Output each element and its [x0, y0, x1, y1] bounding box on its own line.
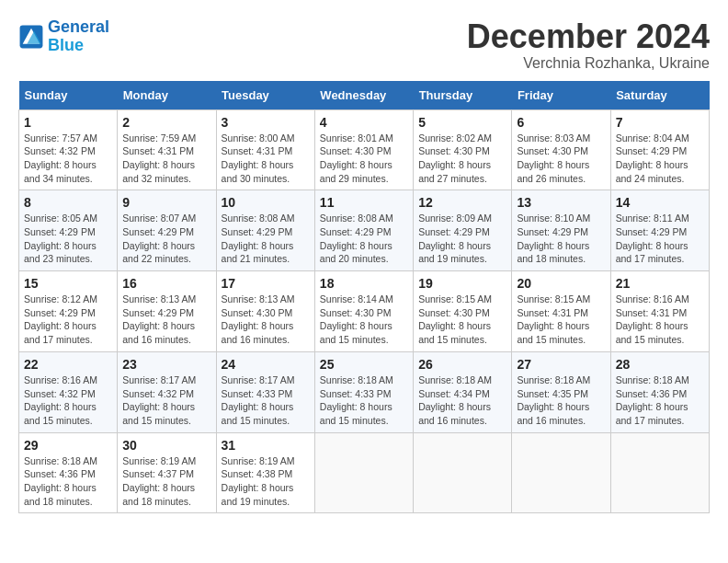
day-number: 29	[24, 438, 112, 453]
day-info: Sunrise: 8:07 AM Sunset: 4:29 PM Dayligh…	[122, 212, 210, 266]
day-number: 24	[222, 357, 310, 372]
day-info: Sunrise: 8:14 AM Sunset: 4:30 PM Dayligh…	[320, 293, 408, 347]
day-cell-26: 26 Sunrise: 8:18 AM Sunset: 4:34 PM Dayl…	[414, 351, 512, 432]
empty-cell	[414, 432, 512, 513]
day-info: Sunrise: 8:15 AM Sunset: 4:30 PM Dayligh…	[418, 293, 506, 347]
day-number: 5	[418, 115, 506, 130]
day-cell-25: 25 Sunrise: 8:18 AM Sunset: 4:33 PM Dayl…	[314, 351, 413, 432]
day-info: Sunrise: 7:57 AM Sunset: 4:32 PM Dayligh…	[24, 132, 112, 186]
day-number: 1	[24, 115, 112, 130]
day-number: 28	[616, 357, 704, 372]
day-info: Sunrise: 8:18 AM Sunset: 4:36 PM Dayligh…	[616, 373, 704, 428]
day-info: Sunrise: 8:03 AM Sunset: 4:30 PM Dayligh…	[517, 132, 605, 186]
day-info: Sunrise: 8:02 AM Sunset: 4:30 PM Dayligh…	[418, 132, 506, 186]
logo-text: GeneralBlue	[48, 18, 109, 55]
weekday-header-tuesday: Tuesday	[216, 81, 314, 110]
day-cell-31: 31 Sunrise: 8:19 AM Sunset: 4:38 PM Dayl…	[216, 432, 314, 513]
logo-icon	[18, 24, 44, 50]
day-number: 31	[222, 438, 310, 453]
logo: GeneralBlue	[18, 18, 109, 55]
day-cell-1: 1 Sunrise: 7:57 AM Sunset: 4:32 PM Dayli…	[19, 109, 118, 190]
day-info: Sunrise: 8:18 AM Sunset: 4:36 PM Dayligh…	[24, 454, 112, 509]
day-cell-8: 8 Sunrise: 8:05 AM Sunset: 4:29 PM Dayli…	[19, 190, 118, 271]
weekday-header-thursday: Thursday	[414, 81, 512, 110]
day-number: 25	[320, 357, 408, 372]
day-number: 6	[517, 115, 605, 130]
day-info: Sunrise: 8:16 AM Sunset: 4:31 PM Dayligh…	[616, 293, 704, 347]
day-number: 13	[517, 195, 605, 210]
calendar-row: 1 Sunrise: 7:57 AM Sunset: 4:32 PM Dayli…	[19, 109, 710, 190]
day-cell-20: 20 Sunrise: 8:15 AM Sunset: 4:31 PM Dayl…	[512, 271, 610, 352]
weekday-header-monday: Monday	[118, 81, 216, 110]
month-title: December 2024	[467, 18, 710, 55]
day-number: 8	[24, 195, 112, 210]
day-cell-14: 14 Sunrise: 8:11 AM Sunset: 4:29 PM Dayl…	[610, 190, 709, 271]
day-number: 18	[320, 276, 408, 291]
day-number: 20	[517, 276, 605, 291]
day-info: Sunrise: 8:18 AM Sunset: 4:35 PM Dayligh…	[517, 373, 605, 428]
day-number: 2	[122, 115, 210, 130]
day-info: Sunrise: 7:59 AM Sunset: 4:31 PM Dayligh…	[122, 132, 210, 186]
day-cell-22: 22 Sunrise: 8:16 AM Sunset: 4:32 PM Dayl…	[19, 351, 118, 432]
day-number: 7	[616, 115, 704, 130]
day-info: Sunrise: 8:15 AM Sunset: 4:31 PM Dayligh…	[517, 293, 605, 347]
day-cell-21: 21 Sunrise: 8:16 AM Sunset: 4:31 PM Dayl…	[610, 271, 709, 352]
day-info: Sunrise: 8:13 AM Sunset: 4:29 PM Dayligh…	[122, 293, 210, 347]
day-info: Sunrise: 8:17 AM Sunset: 4:32 PM Dayligh…	[122, 373, 210, 428]
day-cell-19: 19 Sunrise: 8:15 AM Sunset: 4:30 PM Dayl…	[414, 271, 512, 352]
title-block: December 2024 Verchnia Rozhanka, Ukraine	[467, 18, 710, 72]
day-number: 11	[320, 195, 408, 210]
weekday-header-sunday: Sunday	[19, 81, 118, 110]
day-number: 22	[24, 357, 112, 372]
day-cell-24: 24 Sunrise: 8:17 AM Sunset: 4:33 PM Dayl…	[216, 351, 314, 432]
day-cell-17: 17 Sunrise: 8:13 AM Sunset: 4:30 PM Dayl…	[216, 271, 314, 352]
day-number: 30	[122, 438, 210, 453]
day-cell-11: 11 Sunrise: 8:08 AM Sunset: 4:29 PM Dayl…	[314, 190, 413, 271]
day-cell-13: 13 Sunrise: 8:10 AM Sunset: 4:29 PM Dayl…	[512, 190, 610, 271]
weekday-header-friday: Friday	[512, 81, 610, 110]
day-cell-30: 30 Sunrise: 8:19 AM Sunset: 4:37 PM Dayl…	[118, 432, 216, 513]
day-number: 4	[320, 115, 408, 130]
day-cell-18: 18 Sunrise: 8:14 AM Sunset: 4:30 PM Dayl…	[314, 271, 413, 352]
day-number: 10	[222, 195, 310, 210]
day-number: 19	[418, 276, 506, 291]
day-info: Sunrise: 8:08 AM Sunset: 4:29 PM Dayligh…	[320, 212, 408, 266]
day-cell-16: 16 Sunrise: 8:13 AM Sunset: 4:29 PM Dayl…	[118, 271, 216, 352]
day-number: 27	[517, 357, 605, 372]
calendar-row: 8 Sunrise: 8:05 AM Sunset: 4:29 PM Dayli…	[19, 190, 710, 271]
calendar-row: 15 Sunrise: 8:12 AM Sunset: 4:29 PM Dayl…	[19, 271, 710, 352]
day-info: Sunrise: 8:01 AM Sunset: 4:30 PM Dayligh…	[320, 132, 408, 186]
day-info: Sunrise: 8:18 AM Sunset: 4:33 PM Dayligh…	[320, 373, 408, 428]
day-number: 12	[418, 195, 506, 210]
day-number: 16	[122, 276, 210, 291]
day-cell-27: 27 Sunrise: 8:18 AM Sunset: 4:35 PM Dayl…	[512, 351, 610, 432]
day-info: Sunrise: 8:18 AM Sunset: 4:34 PM Dayligh…	[418, 373, 506, 428]
calendar-table: SundayMondayTuesdayWednesdayThursdayFrid…	[18, 81, 710, 514]
day-cell-4: 4 Sunrise: 8:01 AM Sunset: 4:30 PM Dayli…	[314, 109, 413, 190]
day-cell-3: 3 Sunrise: 8:00 AM Sunset: 4:31 PM Dayli…	[216, 109, 314, 190]
day-info: Sunrise: 8:13 AM Sunset: 4:30 PM Dayligh…	[222, 293, 310, 347]
day-cell-7: 7 Sunrise: 8:04 AM Sunset: 4:29 PM Dayli…	[610, 109, 709, 190]
day-info: Sunrise: 8:19 AM Sunset: 4:37 PM Dayligh…	[122, 454, 210, 509]
day-cell-12: 12 Sunrise: 8:09 AM Sunset: 4:29 PM Dayl…	[414, 190, 512, 271]
page-header: GeneralBlue December 2024 Verchnia Rozha…	[18, 18, 710, 72]
weekday-header-saturday: Saturday	[610, 81, 709, 110]
day-info: Sunrise: 8:08 AM Sunset: 4:29 PM Dayligh…	[222, 212, 310, 266]
day-cell-9: 9 Sunrise: 8:07 AM Sunset: 4:29 PM Dayli…	[118, 190, 216, 271]
day-info: Sunrise: 8:19 AM Sunset: 4:38 PM Dayligh…	[222, 454, 310, 509]
day-cell-23: 23 Sunrise: 8:17 AM Sunset: 4:32 PM Dayl…	[118, 351, 216, 432]
empty-cell	[610, 432, 709, 513]
day-info: Sunrise: 8:11 AM Sunset: 4:29 PM Dayligh…	[616, 212, 704, 266]
calendar-row: 22 Sunrise: 8:16 AM Sunset: 4:32 PM Dayl…	[19, 351, 710, 432]
day-info: Sunrise: 8:00 AM Sunset: 4:31 PM Dayligh…	[222, 132, 310, 186]
day-number: 21	[616, 276, 704, 291]
weekday-header-wednesday: Wednesday	[314, 81, 413, 110]
day-number: 26	[418, 357, 506, 372]
day-cell-15: 15 Sunrise: 8:12 AM Sunset: 4:29 PM Dayl…	[19, 271, 118, 352]
empty-cell	[314, 432, 413, 513]
day-cell-5: 5 Sunrise: 8:02 AM Sunset: 4:30 PM Dayli…	[414, 109, 512, 190]
location: Verchnia Rozhanka, Ukraine	[467, 55, 710, 72]
day-info: Sunrise: 8:12 AM Sunset: 4:29 PM Dayligh…	[24, 293, 112, 347]
day-info: Sunrise: 8:05 AM Sunset: 4:29 PM Dayligh…	[24, 212, 112, 266]
day-info: Sunrise: 8:16 AM Sunset: 4:32 PM Dayligh…	[24, 373, 112, 428]
